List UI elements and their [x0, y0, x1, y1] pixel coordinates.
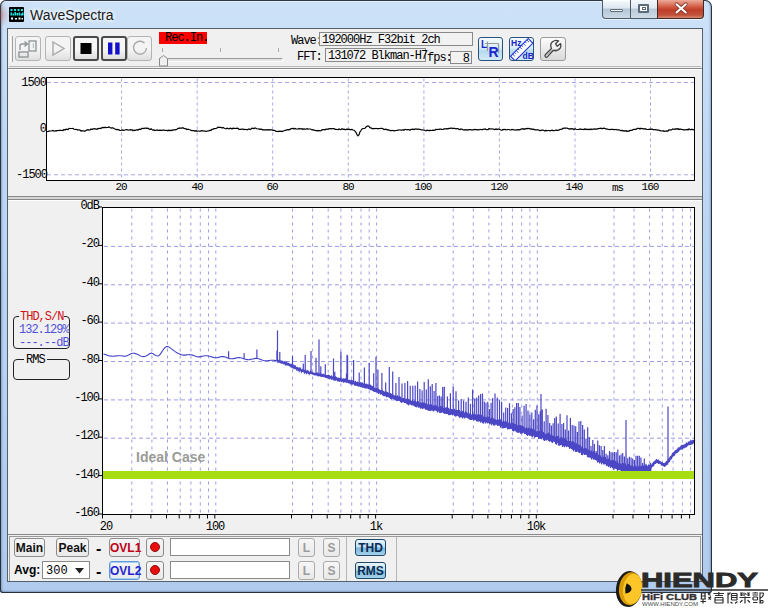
- svg-text:dB: dB: [523, 51, 534, 61]
- svg-text:R: R: [489, 44, 499, 60]
- svg-text:Hz: Hz: [511, 38, 521, 48]
- svg-text:L: L: [481, 39, 487, 50]
- svg-text:Ideal Case: Ideal Case: [136, 449, 205, 465]
- svg-text:HIENDY: HIENDY: [641, 568, 758, 591]
- svg-text:WWW.HIENDY.COM: WWW.HIENDY.COM: [642, 601, 698, 607]
- svg-text:i: i: [33, 42, 35, 49]
